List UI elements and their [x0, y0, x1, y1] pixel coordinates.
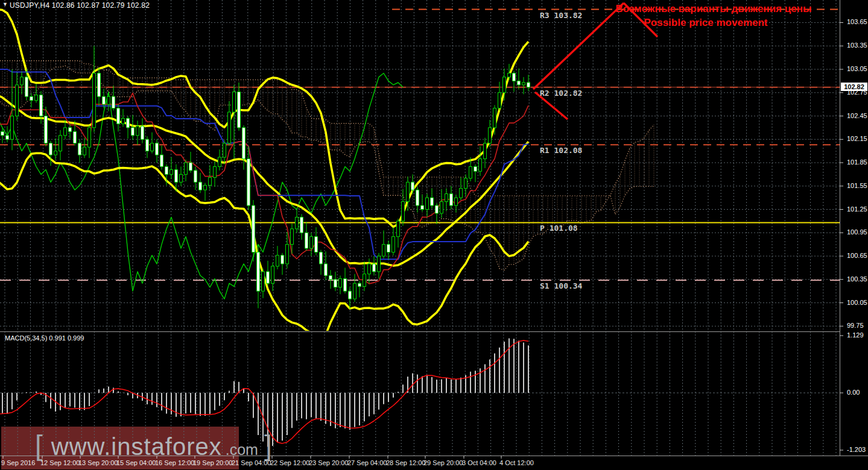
price-axis-label: 99.75: [847, 322, 864, 329]
pivot-label: P 101.08: [540, 224, 578, 233]
watermark-suffix: .com: [226, 441, 258, 459]
price-axis-label: 102.75: [847, 89, 867, 96]
annotation-english: Possible price movement: [644, 17, 767, 29]
price-axis-label: 103.65: [847, 18, 867, 25]
macd-axis-label: -1.203: [847, 446, 866, 453]
watermark-text: www.instaforex: [51, 433, 222, 460]
time-axis-label: 28 Sep 12:00: [386, 459, 425, 466]
price-axis-label: 102.15: [847, 135, 867, 142]
price-axis-label: 103.05: [847, 65, 867, 72]
mt4-chart-window: ▼ USDJPY,H4 102.86 102.87 102.79 102.82 …: [0, 0, 868, 470]
pivot-label: S1 100.34: [540, 281, 582, 290]
price-axis-label: 101.25: [847, 205, 867, 213]
macd-axis-label: 0.00: [847, 389, 860, 396]
price-axis-label: 102.45: [847, 112, 867, 119]
symbol-dropdown-icon[interactable]: ▼: [2, 1, 8, 7]
time-axis-label: 29 Sep 20:00: [423, 459, 463, 466]
price-axis-label: 100.95: [847, 228, 867, 236]
time-axis-label: 16 Sep 12:00: [155, 459, 194, 466]
pivot-label: R2 102.82: [540, 89, 582, 98]
time-axis-label: 15 Sep 04:00: [116, 459, 156, 466]
time-axis-label: 3 Oct 04:00: [462, 459, 496, 466]
time-axis-label: 9 Sep 2016: [1, 459, 35, 466]
pivot-label: R1 102.08: [540, 146, 582, 155]
symbol-title: USDJPY,H4 102.86 102.87 102.79 102.82: [10, 1, 150, 10]
macd-indicator-label: MACD(5,34,5) 0.991 0.999: [5, 334, 84, 342]
price-axis-label: 100.65: [847, 252, 867, 259]
time-axis-label: 27 Sep 04:00: [347, 459, 387, 466]
time-axis-label: 4 Oct 12:00: [499, 459, 534, 466]
pivot-label: R3 103.82: [540, 11, 582, 20]
time-axis-label: 19 Sep 20:00: [193, 459, 232, 466]
time-axis-label: 23 Sep 20:00: [309, 459, 348, 466]
watermark-bracket-right: ]: [264, 429, 272, 462]
watermark-bracket-left: [: [35, 429, 43, 462]
macd-axis-label: 1.129: [847, 331, 864, 339]
annotation-russian: Возможные варианты движения цены: [616, 3, 812, 15]
price-axis-label: 100.35: [847, 275, 867, 283]
time-axis-label: 21 Sep 04:00: [232, 459, 271, 466]
price-axis-label: 103.35: [847, 42, 867, 49]
chart-canvas[interactable]: [0, 0, 868, 470]
time-axis-label: 13 Sep 20:00: [78, 459, 118, 466]
time-axis-label: 12 Sep 12:00: [40, 459, 80, 466]
price-axis-label: 101.85: [847, 158, 867, 166]
price-axis-label: 101.55: [847, 182, 867, 189]
time-axis-label: 22 Sep 12:00: [270, 459, 309, 466]
price-axis-label: 100.05: [847, 299, 867, 306]
